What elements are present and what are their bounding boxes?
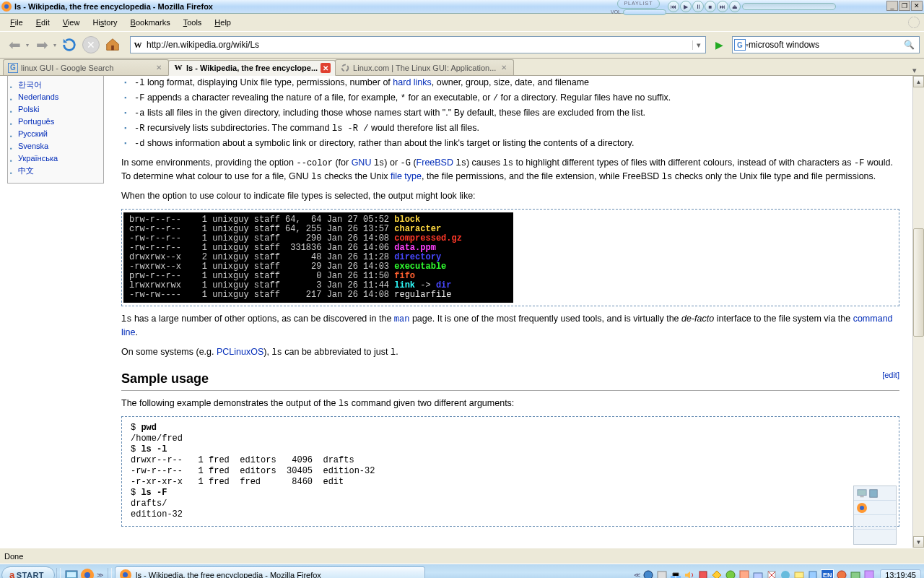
winamp-pause-icon[interactable]: ⏸	[692, 1, 704, 12]
link-hard-links[interactable]: hard links	[393, 77, 432, 87]
link-gnu[interactable]: GNU	[352, 158, 372, 168]
svg-rect-21	[851, 572, 860, 579]
window-titlebar: ls - Wikipedia, the free encyclopedia - …	[0, 0, 924, 14]
back-dropdown-icon[interactable]: ▾	[26, 42, 29, 48]
tray-icon-5[interactable]	[697, 569, 709, 579]
tab-google[interactable]: G linux GUI - Google Search ✕	[3, 59, 169, 75]
tray-icon-1[interactable]	[642, 569, 654, 579]
tray-icon-13[interactable]	[807, 569, 819, 579]
forward-dropdown-icon[interactable]: ▾	[53, 42, 56, 48]
tab-label: Linux.com | The Linux GUI: Application..…	[353, 64, 496, 72]
tray-icon-11[interactable]	[780, 569, 791, 579]
svg-rect-8	[658, 571, 666, 579]
winamp-seek-slider[interactable]	[742, 3, 836, 10]
tray-icon-16[interactable]	[850, 569, 861, 579]
search-engine-icon[interactable]: G	[734, 39, 746, 51]
tray-network-icon[interactable]	[670, 569, 681, 579]
lang-item: Português	[18, 116, 103, 128]
tray-collapse-icon[interactable]: ≪	[634, 571, 640, 579]
winamp-stop-icon[interactable]: ■	[705, 1, 716, 12]
scroll-thumb[interactable]	[913, 228, 924, 337]
winamp-eject-icon[interactable]: ⏏	[729, 1, 741, 12]
section-sample-usage: Sample usage[edit]	[121, 369, 899, 391]
tray-icon-12[interactable]	[793, 569, 805, 579]
article-body: -l long format, displaying Unix file typ…	[108, 76, 912, 548]
wikipedia-sidebar: 한국어NederlandsPolskiPortuguêsРусскийSvens…	[0, 76, 108, 548]
tray-icon-2[interactable]	[656, 569, 668, 579]
url-dropdown-icon[interactable]: ▾	[692, 40, 704, 50]
lang-link[interactable]: Svenska	[18, 142, 48, 150]
lang-link[interactable]: 한국어	[18, 80, 42, 89]
lang-link[interactable]: Polski	[18, 105, 39, 113]
search-input[interactable]	[749, 40, 901, 50]
lang-link[interactable]: Українська	[18, 154, 58, 163]
link-filetype[interactable]: file type	[391, 171, 422, 181]
taskbar-clock[interactable]: 13:19:45	[880, 569, 921, 579]
close-button[interactable]: ✕	[911, 1, 923, 11]
lang-link[interactable]: 中文	[18, 166, 34, 175]
tray-icon-8[interactable]	[738, 569, 750, 579]
svg-point-1	[342, 64, 349, 71]
firefox-task-icon	[120, 569, 131, 579]
ql-expand-icon[interactable]: ≫	[97, 571, 103, 579]
winamp-play-icon[interactable]: ▶	[680, 1, 692, 12]
link-freebsd[interactable]: FreeBSD	[417, 158, 453, 168]
winamp-vol-slider[interactable]	[623, 9, 666, 15]
search-submit-icon[interactable]: 🔍	[901, 40, 918, 50]
scroll-up-icon[interactable]: ▲	[913, 76, 924, 87]
tray-volume-icon[interactable]	[684, 569, 695, 579]
stop-button[interactable]: ✕	[82, 36, 100, 53]
tray-icon-15[interactable]	[836, 569, 847, 579]
section-edit-link[interactable]: [edit]	[882, 369, 899, 381]
tray-lang-icon[interactable]: EN	[821, 569, 834, 579]
tab-close-icon[interactable]: ✕	[321, 63, 331, 73]
firefox-ql-icon[interactable]	[81, 569, 94, 579]
url-bar[interactable]: W ▾	[130, 36, 706, 53]
lang-link[interactable]: Русский	[18, 129, 48, 138]
winamp-playlist-label[interactable]: PLAYLIST	[617, 0, 659, 9]
tray-icon-9[interactable]	[752, 569, 764, 579]
menu-bookmarks[interactable]: Bookmarks	[125, 17, 176, 28]
winamp-next-icon[interactable]: ⏭	[717, 1, 728, 12]
tab-close-icon[interactable]: ✕	[154, 63, 164, 73]
firefox-small-icon[interactable]	[857, 503, 867, 513]
lang-link[interactable]: Nederlands	[18, 92, 58, 101]
scroll-track[interactable]	[913, 87, 924, 536]
menu-tools[interactable]: Tools	[178, 17, 208, 28]
go-button[interactable]: ▶	[712, 38, 726, 52]
tray-icon-10[interactable]	[766, 569, 777, 579]
tray-icon-6[interactable]	[711, 569, 723, 579]
menu-file[interactable]: File	[4, 17, 29, 28]
menu-help[interactable]: Help	[209, 17, 237, 28]
tray-icon-17[interactable]	[863, 569, 875, 579]
desktop-icon[interactable]	[857, 488, 867, 499]
search-bar[interactable]: G ▾ 🔍	[732, 36, 920, 53]
tray-icon-7[interactable]	[725, 569, 736, 579]
scroll-down-icon[interactable]: ▼	[913, 536, 924, 548]
winamp-prev-icon[interactable]: ⏮	[668, 1, 679, 12]
url-input[interactable]	[147, 40, 692, 50]
maximize-button[interactable]: ❐	[899, 1, 910, 11]
menu-edit[interactable]: Edit	[30, 17, 56, 28]
vertical-scrollbar[interactable]: ▲ ▼	[912, 76, 924, 548]
save-icon[interactable]	[868, 488, 879, 499]
lang-item: Polski	[18, 103, 103, 116]
link-pclinuxos[interactable]: PCLinuxOS	[217, 347, 263, 357]
tab-list-dropdown-icon[interactable]: ▾	[908, 66, 921, 75]
start-button[interactable]: aSTART	[1, 566, 55, 579]
show-desktop-icon[interactable]	[65, 569, 78, 579]
menu-history[interactable]: History	[87, 17, 123, 28]
floating-toolbox[interactable]	[853, 486, 897, 545]
lang-item: Русский	[18, 128, 103, 140]
minimize-button[interactable]: _	[886, 1, 898, 11]
menu-view[interactable]: View	[57, 17, 86, 28]
lang-link[interactable]: Português	[18, 117, 54, 126]
tab-close-icon[interactable]: ✕	[499, 63, 509, 73]
tab-linuxcom[interactable]: Linux.com | The Linux GUI: Application..…	[335, 59, 514, 75]
taskbar-task-firefox[interactable]: ls - Wikipedia, the free encyclopedia - …	[115, 566, 425, 579]
home-button[interactable]	[103, 35, 123, 55]
tab-wikipedia[interactable]: W ls - Wikipedia, the free encyclope... …	[168, 60, 336, 76]
reload-button[interactable]	[59, 35, 79, 55]
back-button[interactable]: ⬅	[4, 35, 25, 55]
forward-button[interactable]: ➡	[32, 35, 52, 55]
